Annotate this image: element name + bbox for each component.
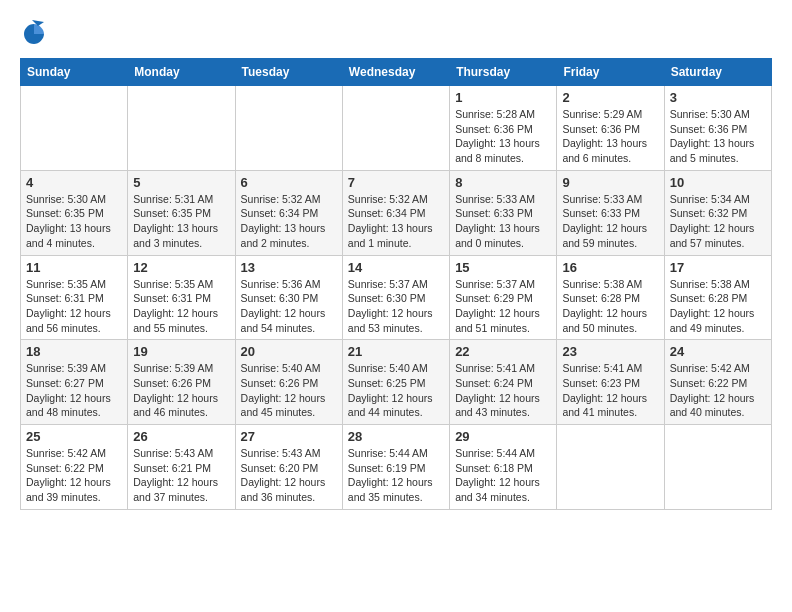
day-info: Sunrise: 5:43 AM Sunset: 6:20 PM Dayligh… bbox=[241, 446, 337, 505]
day-of-week-header: Wednesday bbox=[342, 59, 449, 86]
day-info: Sunrise: 5:39 AM Sunset: 6:27 PM Dayligh… bbox=[26, 361, 122, 420]
day-info: Sunrise: 5:34 AM Sunset: 6:32 PM Dayligh… bbox=[670, 192, 766, 251]
day-info: Sunrise: 5:39 AM Sunset: 6:26 PM Dayligh… bbox=[133, 361, 229, 420]
calendar-day-cell: 23Sunrise: 5:41 AM Sunset: 6:23 PM Dayli… bbox=[557, 340, 664, 425]
calendar-day-cell: 21Sunrise: 5:40 AM Sunset: 6:25 PM Dayli… bbox=[342, 340, 449, 425]
calendar-day-cell: 7Sunrise: 5:32 AM Sunset: 6:34 PM Daylig… bbox=[342, 170, 449, 255]
day-of-week-header: Sunday bbox=[21, 59, 128, 86]
calendar-day-cell: 18Sunrise: 5:39 AM Sunset: 6:27 PM Dayli… bbox=[21, 340, 128, 425]
calendar-day-cell: 17Sunrise: 5:38 AM Sunset: 6:28 PM Dayli… bbox=[664, 255, 771, 340]
day-of-week-header: Friday bbox=[557, 59, 664, 86]
day-number: 21 bbox=[348, 344, 444, 359]
day-info: Sunrise: 5:40 AM Sunset: 6:25 PM Dayligh… bbox=[348, 361, 444, 420]
page-header bbox=[20, 20, 772, 48]
day-number: 6 bbox=[241, 175, 337, 190]
calendar-day-cell bbox=[128, 86, 235, 171]
calendar-table: SundayMondayTuesdayWednesdayThursdayFrid… bbox=[20, 58, 772, 510]
day-info: Sunrise: 5:40 AM Sunset: 6:26 PM Dayligh… bbox=[241, 361, 337, 420]
calendar-week-row: 1Sunrise: 5:28 AM Sunset: 6:36 PM Daylig… bbox=[21, 86, 772, 171]
day-info: Sunrise: 5:30 AM Sunset: 6:36 PM Dayligh… bbox=[670, 107, 766, 166]
calendar-day-cell bbox=[664, 425, 771, 510]
day-number: 7 bbox=[348, 175, 444, 190]
day-number: 1 bbox=[455, 90, 551, 105]
day-number: 23 bbox=[562, 344, 658, 359]
day-info: Sunrise: 5:44 AM Sunset: 6:19 PM Dayligh… bbox=[348, 446, 444, 505]
calendar-day-cell: 14Sunrise: 5:37 AM Sunset: 6:30 PM Dayli… bbox=[342, 255, 449, 340]
calendar-day-cell: 19Sunrise: 5:39 AM Sunset: 6:26 PM Dayli… bbox=[128, 340, 235, 425]
day-info: Sunrise: 5:37 AM Sunset: 6:30 PM Dayligh… bbox=[348, 277, 444, 336]
calendar-day-cell: 11Sunrise: 5:35 AM Sunset: 6:31 PM Dayli… bbox=[21, 255, 128, 340]
calendar-day-cell: 20Sunrise: 5:40 AM Sunset: 6:26 PM Dayli… bbox=[235, 340, 342, 425]
calendar-week-row: 4Sunrise: 5:30 AM Sunset: 6:35 PM Daylig… bbox=[21, 170, 772, 255]
day-info: Sunrise: 5:32 AM Sunset: 6:34 PM Dayligh… bbox=[241, 192, 337, 251]
calendar-day-cell bbox=[235, 86, 342, 171]
calendar-day-cell: 8Sunrise: 5:33 AM Sunset: 6:33 PM Daylig… bbox=[450, 170, 557, 255]
day-info: Sunrise: 5:33 AM Sunset: 6:33 PM Dayligh… bbox=[455, 192, 551, 251]
calendar-week-row: 18Sunrise: 5:39 AM Sunset: 6:27 PM Dayli… bbox=[21, 340, 772, 425]
calendar-day-cell: 15Sunrise: 5:37 AM Sunset: 6:29 PM Dayli… bbox=[450, 255, 557, 340]
day-of-week-header: Monday bbox=[128, 59, 235, 86]
calendar-day-cell: 13Sunrise: 5:36 AM Sunset: 6:30 PM Dayli… bbox=[235, 255, 342, 340]
logo-icon bbox=[20, 20, 48, 48]
day-number: 26 bbox=[133, 429, 229, 444]
day-info: Sunrise: 5:32 AM Sunset: 6:34 PM Dayligh… bbox=[348, 192, 444, 251]
day-number: 2 bbox=[562, 90, 658, 105]
day-info: Sunrise: 5:44 AM Sunset: 6:18 PM Dayligh… bbox=[455, 446, 551, 505]
calendar-day-cell: 12Sunrise: 5:35 AM Sunset: 6:31 PM Dayli… bbox=[128, 255, 235, 340]
day-info: Sunrise: 5:33 AM Sunset: 6:33 PM Dayligh… bbox=[562, 192, 658, 251]
day-number: 13 bbox=[241, 260, 337, 275]
day-number: 5 bbox=[133, 175, 229, 190]
day-number: 29 bbox=[455, 429, 551, 444]
day-number: 12 bbox=[133, 260, 229, 275]
day-number: 4 bbox=[26, 175, 122, 190]
day-info: Sunrise: 5:35 AM Sunset: 6:31 PM Dayligh… bbox=[26, 277, 122, 336]
day-of-week-header: Saturday bbox=[664, 59, 771, 86]
calendar-day-cell bbox=[21, 86, 128, 171]
calendar-day-cell bbox=[342, 86, 449, 171]
calendar-day-cell: 27Sunrise: 5:43 AM Sunset: 6:20 PM Dayli… bbox=[235, 425, 342, 510]
day-info: Sunrise: 5:31 AM Sunset: 6:35 PM Dayligh… bbox=[133, 192, 229, 251]
calendar-body: 1Sunrise: 5:28 AM Sunset: 6:36 PM Daylig… bbox=[21, 86, 772, 510]
calendar-day-cell: 16Sunrise: 5:38 AM Sunset: 6:28 PM Dayli… bbox=[557, 255, 664, 340]
day-number: 25 bbox=[26, 429, 122, 444]
day-info: Sunrise: 5:42 AM Sunset: 6:22 PM Dayligh… bbox=[26, 446, 122, 505]
day-number: 3 bbox=[670, 90, 766, 105]
calendar-day-cell: 26Sunrise: 5:43 AM Sunset: 6:21 PM Dayli… bbox=[128, 425, 235, 510]
day-info: Sunrise: 5:38 AM Sunset: 6:28 PM Dayligh… bbox=[562, 277, 658, 336]
calendar-day-cell: 2Sunrise: 5:29 AM Sunset: 6:36 PM Daylig… bbox=[557, 86, 664, 171]
day-number: 20 bbox=[241, 344, 337, 359]
day-number: 14 bbox=[348, 260, 444, 275]
day-number: 10 bbox=[670, 175, 766, 190]
day-number: 8 bbox=[455, 175, 551, 190]
calendar-day-cell: 22Sunrise: 5:41 AM Sunset: 6:24 PM Dayli… bbox=[450, 340, 557, 425]
day-info: Sunrise: 5:41 AM Sunset: 6:24 PM Dayligh… bbox=[455, 361, 551, 420]
calendar-header: SundayMondayTuesdayWednesdayThursdayFrid… bbox=[21, 59, 772, 86]
calendar-day-cell: 9Sunrise: 5:33 AM Sunset: 6:33 PM Daylig… bbox=[557, 170, 664, 255]
calendar-day-cell: 4Sunrise: 5:30 AM Sunset: 6:35 PM Daylig… bbox=[21, 170, 128, 255]
day-info: Sunrise: 5:43 AM Sunset: 6:21 PM Dayligh… bbox=[133, 446, 229, 505]
day-info: Sunrise: 5:36 AM Sunset: 6:30 PM Dayligh… bbox=[241, 277, 337, 336]
calendar-day-cell: 5Sunrise: 5:31 AM Sunset: 6:35 PM Daylig… bbox=[128, 170, 235, 255]
calendar-day-cell: 28Sunrise: 5:44 AM Sunset: 6:19 PM Dayli… bbox=[342, 425, 449, 510]
day-number: 28 bbox=[348, 429, 444, 444]
logo bbox=[20, 20, 50, 48]
day-number: 17 bbox=[670, 260, 766, 275]
calendar-week-row: 25Sunrise: 5:42 AM Sunset: 6:22 PM Dayli… bbox=[21, 425, 772, 510]
day-info: Sunrise: 5:37 AM Sunset: 6:29 PM Dayligh… bbox=[455, 277, 551, 336]
calendar-week-row: 11Sunrise: 5:35 AM Sunset: 6:31 PM Dayli… bbox=[21, 255, 772, 340]
day-number: 22 bbox=[455, 344, 551, 359]
day-info: Sunrise: 5:35 AM Sunset: 6:31 PM Dayligh… bbox=[133, 277, 229, 336]
calendar-day-cell: 29Sunrise: 5:44 AM Sunset: 6:18 PM Dayli… bbox=[450, 425, 557, 510]
day-info: Sunrise: 5:28 AM Sunset: 6:36 PM Dayligh… bbox=[455, 107, 551, 166]
day-info: Sunrise: 5:29 AM Sunset: 6:36 PM Dayligh… bbox=[562, 107, 658, 166]
day-of-week-header: Thursday bbox=[450, 59, 557, 86]
days-of-week-row: SundayMondayTuesdayWednesdayThursdayFrid… bbox=[21, 59, 772, 86]
calendar-day-cell bbox=[557, 425, 664, 510]
day-number: 11 bbox=[26, 260, 122, 275]
day-info: Sunrise: 5:30 AM Sunset: 6:35 PM Dayligh… bbox=[26, 192, 122, 251]
calendar-day-cell: 24Sunrise: 5:42 AM Sunset: 6:22 PM Dayli… bbox=[664, 340, 771, 425]
day-info: Sunrise: 5:42 AM Sunset: 6:22 PM Dayligh… bbox=[670, 361, 766, 420]
day-number: 27 bbox=[241, 429, 337, 444]
day-number: 19 bbox=[133, 344, 229, 359]
calendar-day-cell: 1Sunrise: 5:28 AM Sunset: 6:36 PM Daylig… bbox=[450, 86, 557, 171]
